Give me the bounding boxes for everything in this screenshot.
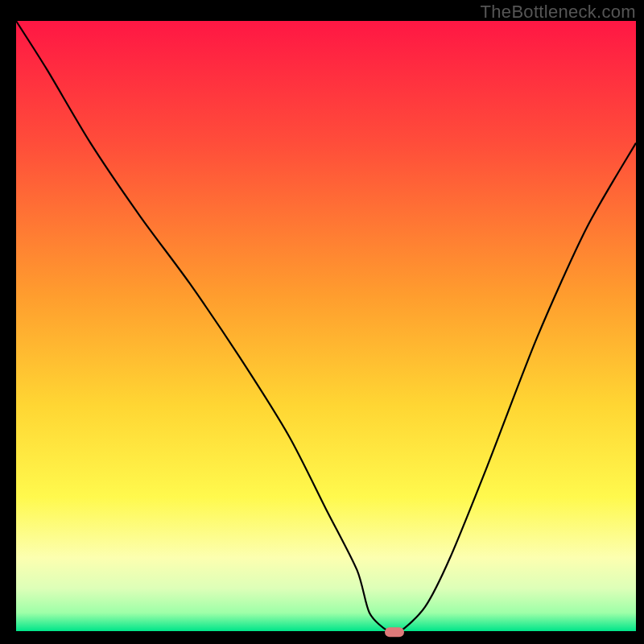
watermark-label: TheBottleneck.com (481, 2, 636, 23)
bottleneck-chart (0, 0, 644, 644)
optimal-marker (385, 627, 404, 637)
chart-frame: TheBottleneck.com (0, 0, 644, 644)
gradient-background (16, 21, 636, 631)
